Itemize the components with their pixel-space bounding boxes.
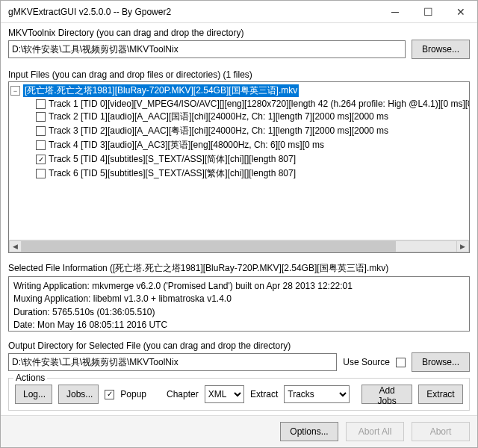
track-checkbox[interactable] <box>36 99 46 109</box>
add-jobs-button[interactable]: Add Jobs <box>361 385 412 404</box>
input-files-label: Input Files (you can drag and drop files… <box>8 69 470 80</box>
horizontal-scrollbar[interactable]: ◀ ▶ <box>9 240 469 252</box>
app-window: gMKVExtractGUI v2.5.0.0 -- By Gpower2 ─ … <box>0 0 478 448</box>
info-date: Date: Mon May 16 08:05:11 2016 UTC <box>13 319 465 332</box>
track-row[interactable]: Track 1 [TID 0][video][V_MPEG4/ISO/AVC][… <box>9 98 469 110</box>
track-text: Track 2 [TID 1][audio][A_AAC][国语][chi][2… <box>49 111 388 123</box>
bottom-bar: Options... Abort All Abort <box>1 415 477 447</box>
options-button[interactable]: Options... <box>280 422 338 441</box>
info-duration: Duration: 5765.510s (01:36:05.510) <box>13 306 465 319</box>
mkvtoolnix-browse-button[interactable]: Browse... <box>412 40 470 59</box>
track-row[interactable]: ✓Track 5 [TID 4][subtitles][S_TEXT/ASS][… <box>9 152 469 167</box>
actions-group: Actions Log... Jobs... ✓ Popup Chapter X… <box>8 378 470 411</box>
log-button[interactable]: Log... <box>15 385 52 404</box>
use-source-checkbox[interactable] <box>396 358 406 367</box>
track-row[interactable]: Track 3 [TID 2][audio][A_AAC][粤语][chi][2… <box>9 124 469 138</box>
track-checkbox[interactable] <box>36 140 46 150</box>
expander-icon[interactable]: − <box>10 86 20 96</box>
track-checkbox[interactable] <box>36 126 46 136</box>
titlebar: gMKVExtractGUI v2.5.0.0 -- By Gpower2 ─ … <box>1 1 477 23</box>
mkvtoolnix-path-input[interactable] <box>8 40 406 58</box>
abort-button: Abort <box>412 422 470 441</box>
tree-root-item[interactable]: − [死亡塔.死亡之塔1981][BluRay-720P.MKV][2.54GB… <box>9 84 469 98</box>
maximize-button[interactable]: ☐ <box>412 1 444 23</box>
window-title: gMKVExtractGUI v2.5.0.0 -- By Gpower2 <box>8 7 379 17</box>
track-checkbox[interactable] <box>36 169 46 178</box>
scroll-right-icon[interactable]: ▶ <box>456 240 469 252</box>
input-files-section: Input Files (you can drag and drop files… <box>8 69 470 253</box>
popup-label: Popup <box>120 389 146 399</box>
use-source-label: Use Source <box>343 357 390 367</box>
extract-select[interactable]: Tracks <box>284 385 350 403</box>
track-row[interactable]: Track 4 [TID 3][audio][A_AC3][英语][eng][4… <box>9 138 469 152</box>
track-text: Track 5 [TID 4][subtitles][S_TEXT/ASS][简… <box>49 153 296 166</box>
selected-info-section: Selected File Information ([死亡塔.死亡之塔1981… <box>8 262 470 332</box>
track-row[interactable]: Track 6 [TID 5][subtitles][S_TEXT/ASS][繁… <box>9 167 469 181</box>
abort-all-button: Abort All <box>346 422 404 441</box>
mkvtoolnix-label: MKVToolnix Directory (you can drag and d… <box>8 28 470 38</box>
track-checkbox[interactable] <box>36 112 46 122</box>
extract-label: Extract <box>250 389 278 399</box>
track-checkbox[interactable]: ✓ <box>36 155 46 164</box>
selected-info-label: Selected File Information ([死亡塔.死亡之塔1981… <box>8 262 470 275</box>
output-browse-button[interactable]: Browse... <box>412 352 470 372</box>
track-text: Track 6 [TID 5][subtitles][S_TEXT/ASS][繁… <box>49 167 296 180</box>
content-area: MKVToolnix Directory (you can drag and d… <box>1 23 477 415</box>
info-muxing-app: Muxing Application: libebml v1.3.0 + lib… <box>13 293 465 305</box>
track-text: Track 1 [TID 0][video][V_MPEG4/ISO/AVC][… <box>49 99 470 109</box>
track-row[interactable]: Track 2 [TID 1][audio][A_AAC][国语][chi][2… <box>9 110 469 124</box>
minimize-button[interactable]: ─ <box>379 1 412 23</box>
mkvtoolnix-section: MKVToolnix Directory (you can drag and d… <box>8 28 470 59</box>
chapter-label: Chapter <box>167 389 199 399</box>
output-path-input[interactable] <box>8 353 337 371</box>
info-writing-app: Writing Application: mkvmerge v6.2.0 ('P… <box>13 280 465 293</box>
jobs-button[interactable]: Jobs... <box>58 385 99 404</box>
scroll-track[interactable] <box>22 240 456 252</box>
output-section: Output Directory for Selected File (you … <box>8 340 470 372</box>
actions-legend: Actions <box>13 373 47 383</box>
extract-button[interactable]: Extract <box>418 385 463 404</box>
selected-info-box: Writing Application: mkvmerge v6.2.0 ('P… <box>8 276 470 332</box>
scroll-thumb[interactable] <box>22 241 396 252</box>
close-button[interactable]: ✕ <box>444 1 477 23</box>
output-label: Output Directory for Selected File (you … <box>8 340 470 351</box>
track-text: Track 4 [TID 3][audio][A_AC3][英语][eng][4… <box>49 139 324 152</box>
popup-checkbox[interactable]: ✓ <box>105 390 114 399</box>
input-files-tree[interactable]: − [死亡塔.死亡之塔1981][BluRay-720P.MKV][2.54GB… <box>8 81 470 253</box>
scroll-left-icon[interactable]: ◀ <box>9 240 22 252</box>
chapter-select[interactable]: XML <box>205 385 244 403</box>
track-text: Track 3 [TID 2][audio][A_AAC][粤语][chi][2… <box>49 125 388 137</box>
root-filename[interactable]: [死亡塔.死亡之塔1981][BluRay-720P.MKV][2.54GB][… <box>23 84 299 97</box>
